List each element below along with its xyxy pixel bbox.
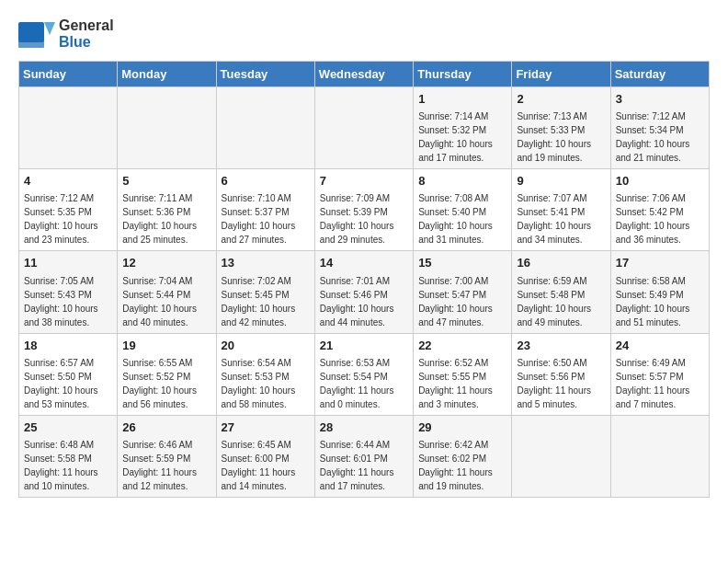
calendar-cell: 16Sunrise: 6:59 AM Sunset: 5:48 PM Dayli… xyxy=(512,251,610,333)
day-info: Sunrise: 7:12 AM Sunset: 5:34 PM Dayligh… xyxy=(616,109,704,165)
day-number: 21 xyxy=(320,338,408,354)
logo-text-blue: Blue xyxy=(59,34,114,51)
page-header: General Blue xyxy=(18,15,710,53)
day-info: Sunrise: 7:06 AM Sunset: 5:42 PM Dayligh… xyxy=(616,191,704,247)
day-number: 23 xyxy=(517,338,605,354)
day-number: 29 xyxy=(418,419,506,436)
calendar-week-3: 11Sunrise: 7:05 AM Sunset: 5:43 PM Dayli… xyxy=(19,251,710,333)
day-number: 13 xyxy=(222,255,310,271)
day-number: 9 xyxy=(517,173,605,190)
calendar-cell: 17Sunrise: 6:58 AM Sunset: 5:49 PM Dayli… xyxy=(610,251,709,333)
day-info: Sunrise: 6:48 AM Sunset: 5:58 PM Dayligh… xyxy=(24,438,112,493)
calendar-cell: 3Sunrise: 7:12 AM Sunset: 5:34 PM Daylig… xyxy=(610,87,709,169)
day-info: Sunrise: 6:54 AM Sunset: 5:53 PM Dayligh… xyxy=(222,356,310,411)
calendar-week-1: 1Sunrise: 7:14 AM Sunset: 5:32 PM Daylig… xyxy=(19,87,710,169)
calendar-cell xyxy=(610,415,709,497)
calendar-cell: 29Sunrise: 6:42 AM Sunset: 6:02 PM Dayli… xyxy=(414,415,512,497)
header-day-thursday: Thursday xyxy=(414,62,512,87)
calendar-cell: 4Sunrise: 7:12 AM Sunset: 5:35 PM Daylig… xyxy=(19,169,118,251)
logo-text-general: General xyxy=(59,17,114,34)
header-day-saturday: Saturday xyxy=(610,62,709,87)
calendar-cell xyxy=(314,87,413,169)
header-day-tuesday: Tuesday xyxy=(216,62,314,87)
day-number: 4 xyxy=(24,173,112,190)
day-info: Sunrise: 7:11 AM Sunset: 5:36 PM Dayligh… xyxy=(122,191,210,247)
calendar-cell: 28Sunrise: 6:44 AM Sunset: 6:01 PM Dayli… xyxy=(314,415,413,497)
day-info: Sunrise: 7:08 AM Sunset: 5:40 PM Dayligh… xyxy=(418,191,506,247)
day-number: 15 xyxy=(418,255,506,271)
day-number: 24 xyxy=(616,338,704,354)
svg-rect-0 xyxy=(18,22,44,42)
header-day-sunday: Sunday xyxy=(19,62,118,87)
svg-marker-1 xyxy=(44,22,55,35)
day-info: Sunrise: 6:49 AM Sunset: 5:57 PM Dayligh… xyxy=(616,356,704,411)
day-number: 7 xyxy=(320,173,408,190)
day-info: Sunrise: 7:04 AM Sunset: 5:44 PM Dayligh… xyxy=(122,274,210,329)
day-number: 10 xyxy=(616,173,704,190)
header-day-wednesday: Wednesday xyxy=(314,62,413,87)
calendar-cell xyxy=(216,87,314,169)
day-info: Sunrise: 6:59 AM Sunset: 5:48 PM Dayligh… xyxy=(517,274,605,329)
day-number: 2 xyxy=(517,91,605,108)
calendar-cell: 21Sunrise: 6:53 AM Sunset: 5:54 PM Dayli… xyxy=(314,333,413,415)
calendar-cell xyxy=(512,415,610,497)
calendar-cell: 18Sunrise: 6:57 AM Sunset: 5:50 PM Dayli… xyxy=(19,333,118,415)
calendar-cell: 11Sunrise: 7:05 AM Sunset: 5:43 PM Dayli… xyxy=(19,251,118,333)
day-info: Sunrise: 6:57 AM Sunset: 5:50 PM Dayligh… xyxy=(24,356,112,411)
day-number: 6 xyxy=(222,173,310,190)
day-number: 22 xyxy=(418,338,506,354)
day-number: 17 xyxy=(616,255,704,271)
calendar-header-row: SundayMondayTuesdayWednesdayThursdayFrid… xyxy=(19,62,710,87)
calendar-cell: 9Sunrise: 7:07 AM Sunset: 5:41 PM Daylig… xyxy=(512,169,610,251)
day-info: Sunrise: 7:01 AM Sunset: 5:46 PM Dayligh… xyxy=(320,274,408,329)
day-number: 18 xyxy=(24,338,112,354)
day-info: Sunrise: 6:45 AM Sunset: 6:00 PM Dayligh… xyxy=(222,438,310,493)
calendar-cell: 5Sunrise: 7:11 AM Sunset: 5:36 PM Daylig… xyxy=(118,169,216,251)
day-info: Sunrise: 6:42 AM Sunset: 6:02 PM Dayligh… xyxy=(418,438,506,493)
calendar-week-5: 25Sunrise: 6:48 AM Sunset: 5:58 PM Dayli… xyxy=(19,415,710,497)
day-info: Sunrise: 6:46 AM Sunset: 5:59 PM Dayligh… xyxy=(122,438,210,493)
calendar-cell: 25Sunrise: 6:48 AM Sunset: 5:58 PM Dayli… xyxy=(19,415,118,497)
day-number: 16 xyxy=(517,255,605,271)
calendar-cell: 8Sunrise: 7:08 AM Sunset: 5:40 PM Daylig… xyxy=(414,169,512,251)
calendar-cell: 27Sunrise: 6:45 AM Sunset: 6:00 PM Dayli… xyxy=(216,415,314,497)
day-number: 20 xyxy=(222,338,310,354)
header-day-friday: Friday xyxy=(512,62,610,87)
day-number: 11 xyxy=(24,255,112,271)
svg-rect-2 xyxy=(18,40,44,48)
calendar-cell: 7Sunrise: 7:09 AM Sunset: 5:39 PM Daylig… xyxy=(314,169,413,251)
calendar-cell xyxy=(118,87,216,169)
calendar-cell: 1Sunrise: 7:14 AM Sunset: 5:32 PM Daylig… xyxy=(414,87,512,169)
day-info: Sunrise: 6:53 AM Sunset: 5:54 PM Dayligh… xyxy=(320,356,408,411)
day-info: Sunrise: 6:55 AM Sunset: 5:52 PM Dayligh… xyxy=(122,356,210,411)
calendar-cell: 6Sunrise: 7:10 AM Sunset: 5:37 PM Daylig… xyxy=(216,169,314,251)
day-info: Sunrise: 6:44 AM Sunset: 6:01 PM Dayligh… xyxy=(320,438,408,493)
calendar-cell: 23Sunrise: 6:50 AM Sunset: 5:56 PM Dayli… xyxy=(512,333,610,415)
logo: General Blue xyxy=(18,15,114,53)
day-number: 1 xyxy=(418,91,506,108)
day-number: 8 xyxy=(418,173,506,190)
day-info: Sunrise: 7:07 AM Sunset: 5:41 PM Dayligh… xyxy=(517,191,605,247)
day-number: 5 xyxy=(122,173,210,190)
calendar-cell: 13Sunrise: 7:02 AM Sunset: 5:45 PM Dayli… xyxy=(216,251,314,333)
calendar-cell: 10Sunrise: 7:06 AM Sunset: 5:42 PM Dayli… xyxy=(610,169,709,251)
day-info: Sunrise: 6:50 AM Sunset: 5:56 PM Dayligh… xyxy=(517,356,605,411)
logo-icon xyxy=(18,15,55,53)
day-number: 25 xyxy=(24,419,112,436)
calendar-cell xyxy=(19,87,118,169)
day-number: 3 xyxy=(616,91,704,108)
calendar-week-2: 4Sunrise: 7:12 AM Sunset: 5:35 PM Daylig… xyxy=(19,169,710,251)
day-info: Sunrise: 6:58 AM Sunset: 5:49 PM Dayligh… xyxy=(616,274,704,329)
day-info: Sunrise: 7:09 AM Sunset: 5:39 PM Dayligh… xyxy=(320,191,408,247)
calendar-cell: 15Sunrise: 7:00 AM Sunset: 5:47 PM Dayli… xyxy=(414,251,512,333)
day-number: 12 xyxy=(122,255,210,271)
day-number: 28 xyxy=(320,419,408,436)
day-number: 26 xyxy=(122,419,210,436)
calendar-table: SundayMondayTuesdayWednesdayThursdayFrid… xyxy=(18,61,710,498)
calendar-cell: 2Sunrise: 7:13 AM Sunset: 5:33 PM Daylig… xyxy=(512,87,610,169)
day-info: Sunrise: 7:05 AM Sunset: 5:43 PM Dayligh… xyxy=(24,274,112,329)
calendar-cell: 20Sunrise: 6:54 AM Sunset: 5:53 PM Dayli… xyxy=(216,333,314,415)
day-info: Sunrise: 7:10 AM Sunset: 5:37 PM Dayligh… xyxy=(222,191,310,247)
day-info: Sunrise: 7:02 AM Sunset: 5:45 PM Dayligh… xyxy=(222,274,310,329)
day-info: Sunrise: 7:13 AM Sunset: 5:33 PM Dayligh… xyxy=(517,109,605,165)
